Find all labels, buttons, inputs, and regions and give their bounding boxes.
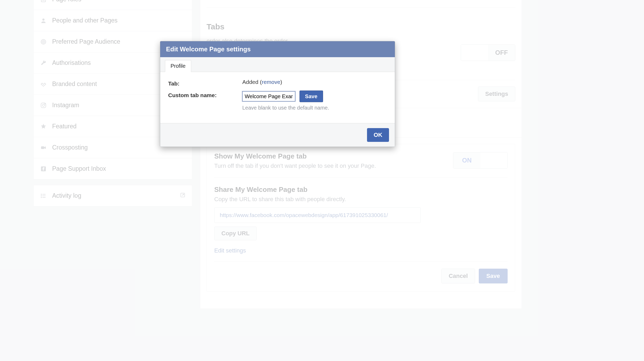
modal-tabstrip: Profile (160, 57, 395, 72)
tab-added-prefix: Added ( (242, 79, 262, 85)
tab-field-label: Tab: (168, 79, 240, 87)
custom-tab-name-label: Custom tab name: (168, 91, 240, 98)
custom-tab-name-helper: Leave blank to use the default name. (242, 105, 387, 111)
tab-field-value: Added (remove) (242, 79, 387, 85)
modal-ok-button[interactable]: OK (367, 128, 389, 142)
modal-tab-profile[interactable]: Profile (165, 60, 191, 72)
modal-title: Edit Welcome Page settings (160, 41, 395, 57)
edit-welcome-page-settings-modal: Edit Welcome Page settings Profile Tab: … (160, 41, 395, 147)
modal-save-button[interactable]: Save (299, 91, 323, 102)
custom-tab-name-input[interactable] (242, 91, 295, 101)
remove-tab-link[interactable]: remove (262, 79, 280, 85)
tab-added-suffix: ) (280, 79, 282, 85)
